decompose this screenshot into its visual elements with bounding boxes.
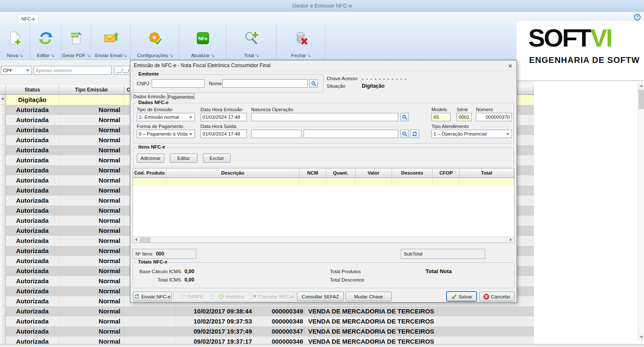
items-column-header[interactable]: Total — [460, 169, 514, 177]
dialog-launcher-icon[interactable] — [211, 54, 214, 57]
editar-item-button[interactable]: Editar — [170, 154, 197, 163]
brand-subtitle: ENGENHARIA DE SOFTW — [529, 55, 640, 65]
ribbon-button-atualizar[interactable]: NFe Atualizar — [179, 23, 226, 60]
scroll-left-arrow-icon[interactable] — [133, 237, 139, 243]
ribbon-button-enviar-email[interactable]: Enviar Email — [91, 23, 131, 60]
table-cell — [0, 105, 6, 115]
table-cell — [0, 216, 6, 226]
scroll-right-arrow-icon[interactable] — [508, 237, 514, 243]
search-natureza-button[interactable] — [400, 113, 409, 121]
dialog-launcher-icon[interactable] — [123, 54, 127, 57]
search-extra-button[interactable] — [400, 130, 409, 138]
items-column-header[interactable]: CFOP — [433, 169, 460, 177]
refresh-button[interactable] — [410, 130, 419, 138]
svg-text:PDF: PDF — [71, 33, 78, 37]
table-cell: Autorizada — [6, 216, 59, 226]
mudar-chave-button[interactable]: Mudar Chave — [345, 292, 392, 301]
cancelar-button[interactable]: ✕ Cancelar — [479, 292, 514, 301]
items-column-header[interactable]: Cód. Produto — [133, 169, 166, 177]
table-cell — [0, 125, 6, 135]
dialog-launcher-icon[interactable] — [87, 54, 90, 57]
doc-number-input[interactable] — [34, 66, 112, 75]
ribbon-button-configuracoes[interactable]: Configurações — [131, 23, 179, 60]
excluir-item-button[interactable]: Excluir — [203, 154, 231, 163]
refresh-icon — [412, 131, 418, 137]
serie-label: Série — [457, 107, 468, 112]
grid-column-header[interactable]: Tipo Emissão — [59, 85, 124, 94]
ribbon-button-fechar[interactable]: Fechar — [277, 23, 325, 60]
items-empty-row[interactable] — [133, 178, 514, 186]
consultar-sefaz-button[interactable]: Consultar SEFAZ — [297, 292, 344, 301]
items-column-header[interactable]: Valor — [356, 169, 392, 177]
doc-type-select[interactable]: CPF — [1, 66, 32, 75]
nome-input[interactable] — [222, 79, 308, 88]
table-cell: 09/02/2017 19:37:17 — [176, 337, 254, 344]
serie-input[interactable]: 0001 — [457, 113, 472, 121]
items-column-header[interactable]: Quant. — [326, 169, 356, 177]
table-cell: Autorizada — [6, 206, 59, 216]
table-row[interactable]: AutorizadaNormal09/02/2017 19:37:4900000… — [0, 326, 534, 337]
ribbon-button-gerar-pdf[interactable]: PDF Gerar PDF — [61, 23, 91, 60]
ribbon-button-nova[interactable]: Nova — [0, 23, 30, 60]
table-row[interactable]: AutorizadaNormal10/02/2017 09:37:5300000… — [0, 316, 534, 326]
table-cell: Normal — [59, 105, 124, 115]
cancelar-nfce-button[interactable]: ✕ Cancelar NFC-e — [252, 292, 295, 301]
table-cell — [0, 206, 6, 216]
table-cell: 000000346 — [254, 337, 305, 344]
data-saida-input[interactable]: 01/03/2024 17:48 — [200, 130, 247, 138]
table-cell — [124, 306, 176, 316]
total-icms-value: 0,00 — [184, 277, 194, 283]
vertical-scrollbar[interactable] — [638, 82, 644, 341]
dialog-launcher-icon[interactable] — [51, 54, 54, 57]
items-horizontal-scrollbar[interactable] — [133, 236, 514, 243]
items-column-header[interactable]: Descrição — [166, 169, 299, 177]
extra-field-1[interactable] — [251, 130, 301, 138]
cnpj-input[interactable] — [152, 79, 205, 88]
natureza-label: Natureza Operação — [251, 107, 293, 112]
table-cell: Autorizada — [6, 296, 59, 306]
tab-nfce[interactable]: NFC-e — [18, 14, 39, 23]
tipo-emissao-select[interactable]: 1- Emissão normal — [137, 113, 195, 121]
tipo-atendimento-select[interactable]: 1 – Operação Presencial — [431, 130, 512, 138]
dialog-launcher-icon[interactable] — [307, 54, 311, 57]
table-cell: Autorizada — [6, 115, 59, 125]
natureza-input[interactable] — [251, 113, 398, 121]
extra-field-2[interactable] — [304, 130, 398, 138]
search-emitente-button[interactable] — [309, 79, 318, 88]
close-icon[interactable]: ✕ — [506, 62, 514, 70]
base-icms-label: Base Cálculo ICMS — [137, 269, 181, 274]
scroll-up-arrow-icon[interactable] — [638, 82, 644, 89]
scrollbar-thumb[interactable] — [639, 90, 644, 109]
historico-button[interactable]: Histórico — [213, 292, 250, 301]
table-row[interactable]: AutorizadaNormal10/02/2017 09:38:4400000… — [0, 306, 534, 316]
numero-input[interactable]: 000000370 — [476, 113, 512, 121]
ribbon-button-editar[interactable]: Editar — [30, 23, 61, 60]
emissao-nfce-dialog: Emissão de NFC-e - Nota Fiscal Eletrônic… — [130, 60, 517, 303]
tab-dados-emissao[interactable]: Dados Emissão — [131, 92, 167, 100]
tab-pagamentos[interactable]: Pagamentos — [168, 93, 195, 100]
grid-column-header[interactable] — [0, 85, 6, 94]
grid-column-header[interactable]: Status — [6, 85, 59, 94]
table-cell: Normal — [59, 196, 124, 206]
dialog-launcher-icon[interactable] — [19, 54, 23, 57]
dialog-launcher-icon[interactable] — [255, 54, 259, 57]
items-column-header[interactable]: NCM — [299, 169, 326, 177]
scroll-down-arrow-icon[interactable] — [638, 334, 644, 341]
forma-pagamento-select[interactable]: 0 – Pagamento á Vista — [137, 130, 195, 138]
adicionar-item-button[interactable]: Adicionar — [137, 154, 164, 163]
data-emissao-input[interactable]: 01/03/2024 17:48 — [200, 113, 247, 121]
svg-text:NFe: NFe — [198, 35, 208, 41]
danfe-button[interactable]: DANFE — [174, 292, 211, 301]
table-row[interactable]: AutorizadaNormal09/02/2017 19:37:1700000… — [0, 337, 534, 344]
scrollbar-thumb[interactable] — [140, 237, 151, 243]
dialog-titlebar: Emissão de NFC-e - Nota Fiscal Eletrônic… — [130, 60, 517, 71]
ribbon-button-total[interactable]: Total — [226, 23, 277, 60]
salvar-button[interactable]: Salvar — [447, 292, 477, 301]
modelo-input[interactable]: 65 — [431, 113, 451, 121]
num-itens-value: 000 — [156, 251, 164, 257]
enviar-nfce-button[interactable]: Enviar NFC-e — [133, 292, 172, 301]
items-column-header[interactable]: Desconto — [392, 169, 433, 177]
help-icon[interactable]: ? — [634, 14, 641, 21]
table-cell: 000000349 — [254, 306, 305, 316]
dialog-launcher-icon[interactable] — [169, 54, 173, 57]
